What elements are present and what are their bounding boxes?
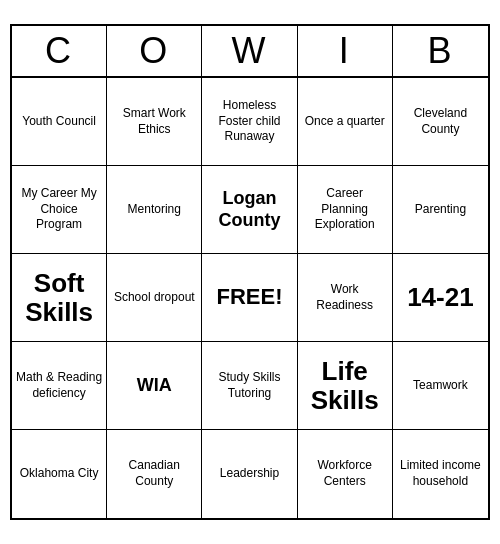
bingo-cell-0: Youth Council [12, 78, 107, 166]
bingo-cell-24: Limited income household [393, 430, 488, 518]
bingo-cell-17: Study Skills Tutoring [202, 342, 297, 430]
header-letter-i: I [298, 26, 393, 76]
bingo-cell-22: Leadership [202, 430, 297, 518]
bingo-cell-5: My Career My Choice Program [12, 166, 107, 254]
bingo-cell-4: Cleveland County [393, 78, 488, 166]
bingo-cell-23: Workforce Centers [298, 430, 393, 518]
header-letter-c: C [12, 26, 107, 76]
bingo-cell-11: School dropout [107, 254, 202, 342]
bingo-cell-14: 14-21 [393, 254, 488, 342]
bingo-cell-12: FREE! [202, 254, 297, 342]
bingo-cell-9: Parenting [393, 166, 488, 254]
bingo-cell-7: Logan County [202, 166, 297, 254]
bingo-cell-20: Oklahoma City [12, 430, 107, 518]
bingo-header: COWIB [12, 26, 488, 78]
bingo-cell-21: Canadian County [107, 430, 202, 518]
bingo-grid: Youth CouncilSmart Work EthicsHomeless F… [12, 78, 488, 518]
bingo-cell-16: WIA [107, 342, 202, 430]
bingo-cell-19: Teamwork [393, 342, 488, 430]
bingo-cell-18: Life Skills [298, 342, 393, 430]
bingo-cell-6: Mentoring [107, 166, 202, 254]
bingo-cell-1: Smart Work Ethics [107, 78, 202, 166]
bingo-cell-15: Math & Reading deficiency [12, 342, 107, 430]
header-letter-w: W [202, 26, 297, 76]
bingo-cell-13: Work Readiness [298, 254, 393, 342]
bingo-cell-3: Once a quarter [298, 78, 393, 166]
header-letter-b: B [393, 26, 488, 76]
bingo-card: COWIB Youth CouncilSmart Work EthicsHome… [10, 24, 490, 520]
bingo-cell-8: Career Planning Exploration [298, 166, 393, 254]
bingo-cell-10: Soft Skills [12, 254, 107, 342]
bingo-cell-2: Homeless Foster child Runaway [202, 78, 297, 166]
header-letter-o: O [107, 26, 202, 76]
